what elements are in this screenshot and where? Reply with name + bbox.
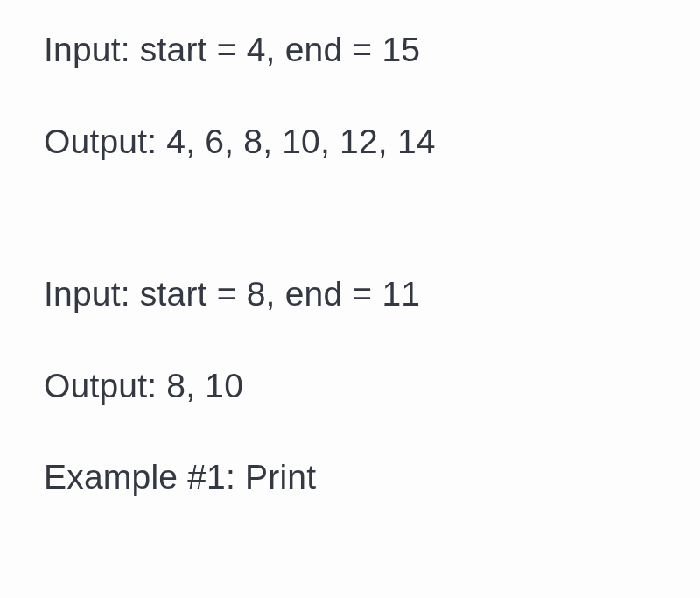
input-line-2: Input: start = 8, end = 11 xyxy=(44,271,656,319)
input-line-1: Input: start = 4, end = 15 xyxy=(44,26,656,74)
example-heading: Example #1: Print xyxy=(44,454,656,502)
section-gap xyxy=(44,209,656,271)
output-line-2: Output: 8, 10 xyxy=(44,362,656,411)
output-line-1: Output: 4, 6, 8, 10, 12, 14 xyxy=(44,118,656,166)
